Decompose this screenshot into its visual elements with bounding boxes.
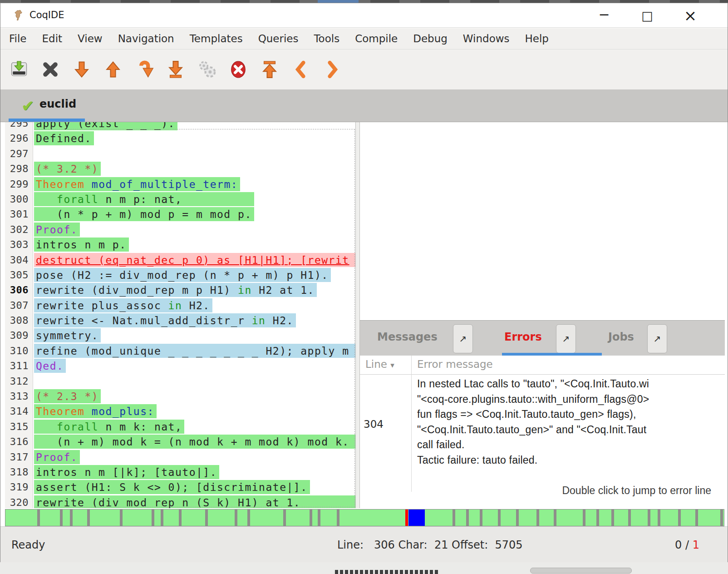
code-line[interactable]: 297	[5, 147, 355, 162]
code-line[interactable]: 306rewrite (div_mod_rep m p H1) in H2 at…	[5, 283, 355, 298]
code-line[interactable]: 300 forall n m p: nat,	[5, 192, 355, 207]
detach-messages-button[interactable]: ↗	[453, 324, 473, 353]
menu-templates[interactable]: Templates	[182, 28, 251, 49]
line-number: 318	[5, 466, 29, 478]
code-text: (* 3.2 *)	[34, 162, 101, 176]
error-row-line-number[interactable]: 304	[364, 418, 405, 430]
menu-debug[interactable]: Debug	[405, 28, 455, 49]
forward-button[interactable]	[322, 59, 343, 80]
tab-euclid[interactable]: ✔ euclid	[9, 89, 85, 122]
menu-edit[interactable]: Edit	[34, 28, 70, 49]
detach-errors-button[interactable]: ↗	[556, 324, 576, 353]
menu-help[interactable]: Help	[517, 28, 556, 49]
code-text: rewrite <- Nat.mul_add_distr_r in H2.	[34, 313, 296, 327]
sentence-progress-bar	[5, 509, 724, 526]
tab-jobs[interactable]: Jobs	[608, 331, 634, 343]
vertical-splitter[interactable]	[355, 122, 360, 508]
code-line[interactable]: 318intros n m [|k]; [tauto|].	[5, 465, 355, 480]
progress-segment-divider	[453, 510, 455, 526]
interrupt-button[interactable]	[228, 59, 249, 80]
line-number: 305	[5, 269, 29, 281]
code-line[interactable]: 302Proof.	[5, 223, 355, 238]
code-line[interactable]: 295apply (exist _ _ _).	[5, 122, 355, 131]
code-text: (* 2.3 *)	[34, 389, 101, 403]
code-line[interactable]: 319assert (H1: S k <> 0); [discriminate|…	[5, 480, 355, 495]
line-number: 313	[5, 391, 29, 402]
line-number: 317	[5, 451, 29, 463]
title-bar: CoqIDE − □ ×	[0, 3, 728, 28]
menu-queries[interactable]: Queries	[251, 28, 306, 49]
line-number: 319	[5, 481, 29, 493]
code-line[interactable]: 320rewrite (div_mod_rep n (S k) H1) at 1…	[5, 495, 355, 508]
tab-messages[interactable]: Messages	[377, 331, 438, 343]
code-line[interactable]: 310refine (mod_unique _ _ _ _ _ _ _ H2);…	[5, 344, 355, 359]
progress-segment-divider	[283, 510, 286, 526]
run-to-end-button[interactable]	[165, 59, 186, 80]
progress-segment-divider	[205, 510, 208, 526]
close-document-button[interactable]	[40, 59, 61, 80]
error-row-message[interactable]: In nested Ltac calls to "tauto", "<Coq.I…	[417, 376, 721, 468]
menu-view[interactable]: View	[70, 28, 110, 49]
code-line[interactable]: 307rewrite plus_assoc in H2.	[5, 298, 355, 313]
code-line[interactable]: 298(* 3.2 *)	[5, 162, 355, 177]
close-button[interactable]: ×	[674, 7, 706, 25]
column-header-error-message[interactable]: Error message	[417, 358, 493, 370]
line-number: 296	[5, 133, 29, 144]
coq-logo-icon	[12, 9, 25, 22]
save-button[interactable]	[9, 59, 30, 80]
status-error-counter: 0 / 1	[675, 539, 699, 551]
progress-segment-divider	[480, 510, 482, 526]
code-line[interactable]: 308rewrite <- Nat.mul_add_distr_r in H2.	[5, 313, 355, 328]
code-text: Theorem mod_of_multiple_term:	[34, 177, 240, 191]
step-down-button[interactable]	[71, 59, 92, 80]
code-line[interactable]: 301 (n * p + m) mod p = m mod p.	[5, 207, 355, 222]
tab-errors[interactable]: Errors	[504, 331, 542, 343]
progress-segment-divider	[583, 510, 585, 526]
progress-segment-divider	[87, 510, 90, 526]
code-editor[interactable]: 295apply (exist _ _ _).296Defined.297298…	[5, 122, 355, 508]
column-header-line[interactable]: Line ▾	[365, 358, 394, 370]
code-text: rewrite plus_assoc in H2.	[34, 298, 212, 312]
code-line[interactable]: 299Theorem mod_of_multiple_term:	[5, 177, 355, 192]
code-text: assert (H1: S k <> 0); [discriminate|].	[34, 480, 310, 494]
code-line[interactable]: 296Defined.	[5, 131, 355, 146]
progress-segment-divider	[498, 510, 501, 526]
menu-windows[interactable]: Windows	[455, 28, 517, 49]
code-text: forall n m p: nat,	[34, 192, 254, 206]
line-number: 312	[5, 376, 29, 387]
code-line[interactable]: 316 (n + m) mod k = (n mod k + m mod k) …	[5, 435, 355, 450]
status-bar: Ready Line: 306 Char: 21 Offset: 5705 0 …	[0, 526, 728, 562]
code-line[interactable]: 314Theorem mod_plus:	[5, 404, 355, 419]
line-number: 297	[5, 148, 29, 159]
menu-navigation[interactable]: Navigation	[110, 28, 182, 49]
step-up-button[interactable]	[103, 59, 123, 80]
minimize-button[interactable]: −	[588, 7, 620, 25]
code-line[interactable]: 304destruct (eq_nat_dec p 0) as [H1|H1];…	[5, 253, 355, 268]
code-line[interactable]: 313(* 2.3 *)	[5, 389, 355, 404]
maximize-button[interactable]: □	[631, 7, 663, 25]
code-line[interactable]: 305pose (H2 := div_mod_rep (n * p + m) p…	[5, 268, 355, 283]
code-line[interactable]: 309symmetry.	[5, 328, 355, 343]
detach-jobs-button[interactable]: ↗	[647, 324, 667, 353]
code-line[interactable]: 315 forall n m k: nat,	[5, 420, 355, 435]
back-button[interactable]	[290, 59, 311, 80]
code-line[interactable]: 317Proof.	[5, 450, 355, 465]
code-line[interactable]: 311Qed.	[5, 359, 355, 374]
code-text: (n * p + m) mod p = m mod p.	[34, 207, 254, 221]
menu-file[interactable]: File	[1, 28, 34, 49]
progress-segment-divider	[648, 510, 650, 526]
goto-cursor-button[interactable]	[134, 59, 155, 80]
menu-compile[interactable]: Compile	[347, 28, 405, 49]
background-scrollbar-thumb[interactable]	[530, 568, 632, 574]
settings-gears-button[interactable]	[197, 59, 217, 80]
progress-segment-divider	[235, 510, 237, 526]
errors-table-header: Line ▾ Error message	[360, 356, 725, 375]
code-line[interactable]: 303intros n m p.	[5, 238, 355, 252]
active-tab-underline	[9, 119, 85, 122]
code-line[interactable]: 312	[5, 374, 355, 389]
progress-segment-divider	[536, 510, 539, 526]
goal-panel[interactable]	[360, 122, 725, 320]
restart-to-top-button[interactable]	[259, 59, 280, 80]
menu-tools[interactable]: Tools	[306, 28, 347, 49]
code-text: rewrite (div_mod_rep n (S k) H1) at 1.	[34, 495, 355, 508]
